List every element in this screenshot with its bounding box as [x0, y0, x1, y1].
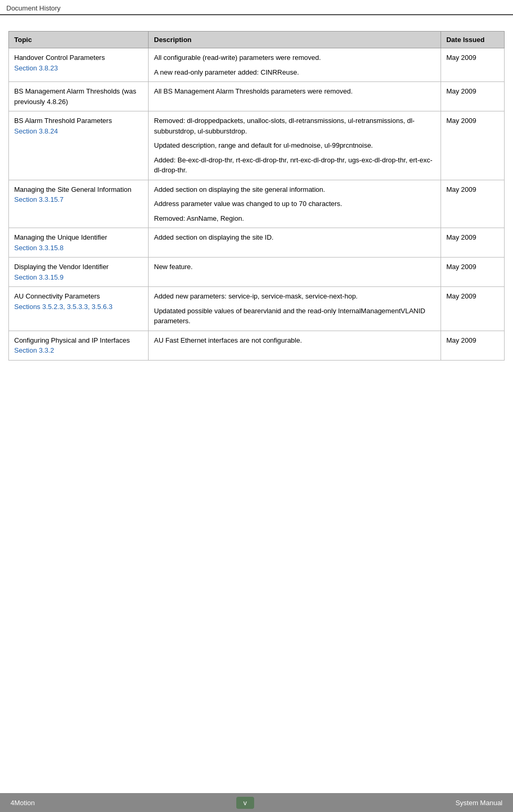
topic-link[interactable]: Section 3.3.15.7: [14, 196, 64, 203]
table-row: Displaying the Vendor IdentifierSection …: [9, 258, 505, 287]
date-cell: May 2009: [441, 258, 504, 287]
topic-cell: AU Connectivity ParametersSections 3.5.2…: [9, 287, 149, 331]
topic-link[interactable]: Section 3.8.24: [14, 127, 58, 135]
table-row: BS Management Alarm Thresholds (was prev…: [9, 82, 505, 111]
topic-text: Configuring Physical and IP Interfaces: [14, 336, 130, 344]
topic-cell: BS Alarm Threshold ParametersSection 3.8…: [9, 111, 149, 180]
description-paragraph: A new read-only parameter added: CINRReu…: [154, 67, 435, 78]
date-cell: May 2009: [441, 111, 504, 180]
topic-text: Managing the Unique Identifier: [14, 233, 107, 241]
table-row: BS Alarm Threshold ParametersSection 3.8…: [9, 111, 505, 180]
description-cell: All BS Management Alarm Thresholds param…: [149, 82, 441, 111]
date-cell: May 2009: [441, 82, 504, 111]
date-cell: May 2009: [441, 331, 504, 360]
topic-text: BS Alarm Threshold Parameters: [14, 117, 112, 125]
footer-right: System Manual: [455, 799, 502, 807]
description-paragraph: All BS Management Alarm Thresholds param…: [154, 86, 435, 97]
topic-link[interactable]: Section 3.3.15.8: [14, 244, 64, 252]
description-cell: All configurable (read-write) parameters…: [149, 48, 441, 82]
footer-left: 4Motion: [11, 799, 35, 807]
description-paragraph: Added section on displaying the site gen…: [154, 184, 435, 195]
description-paragraph: Address parameter value was changed to u…: [154, 199, 435, 209]
description-paragraph: Updatated possible values of bearervlani…: [154, 306, 435, 326]
topic-link[interactable]: Section 3.3.2: [14, 346, 54, 354]
col-date: Date Issued: [441, 32, 504, 48]
footer-center: v: [236, 797, 255, 809]
table-header-row: Topic Description Date Issued: [9, 32, 505, 48]
description-paragraph: Removed: AsnName, Region.: [154, 213, 435, 224]
table-row: Handover Control ParametersSection 3.8.2…: [9, 48, 505, 82]
description-paragraph: All configurable (read-write) parameters…: [154, 53, 435, 63]
topic-link[interactable]: Section 3.8.23: [14, 64, 58, 72]
description-cell: Added new parameters: service-ip, servic…: [149, 287, 441, 331]
topic-cell: Displaying the Vendor IdentifierSection …: [9, 258, 149, 287]
col-description: Description: [149, 32, 441, 48]
description-cell: Added section on displaying the site gen…: [149, 180, 441, 228]
description-paragraph: Added new parameters: service-ip, servic…: [154, 291, 435, 302]
topic-text: BS Management Alarm Thresholds (was prev…: [14, 87, 136, 106]
description-paragraph: AU Fast Ethernet interfaces are not conf…: [154, 335, 435, 346]
topic-cell: Managing the Site General InformationSec…: [9, 180, 149, 228]
page-footer: 4Motion v System Manual: [0, 793, 513, 812]
description-paragraph: New feature.: [154, 262, 435, 272]
date-cell: May 2009: [441, 180, 504, 228]
topic-cell: Handover Control ParametersSection 3.8.2…: [9, 48, 149, 82]
table-row: Managing the Site General InformationSec…: [9, 180, 505, 228]
description-paragraph: Added section on displaying the site ID.: [154, 232, 435, 243]
description-cell: Removed: dl-droppedpackets, unalloc-slot…: [149, 111, 441, 180]
table-row: Managing the Unique IdentifierSection 3.…: [9, 228, 505, 258]
table-row: Configuring Physical and IP InterfacesSe…: [9, 331, 505, 360]
description-paragraph: Added: Be-exc-dl-drop-thr, rt-exc-dl-dro…: [154, 155, 435, 176]
topic-link[interactable]: Section 3.3.15.9: [14, 273, 64, 281]
col-topic: Topic: [9, 32, 149, 48]
main-content: Topic Description Date Issued Handover C…: [0, 15, 513, 403]
topic-link[interactable]: Sections 3.5.2.3, 3.5.3.3, 3.5.6.3: [14, 303, 112, 311]
date-cell: May 2009: [441, 48, 504, 82]
description-paragraph: Updated description, range and default f…: [154, 140, 435, 151]
topic-text: Handover Control Parameters: [14, 54, 105, 61]
topic-text: Displaying the Vendor Identifier: [14, 263, 109, 271]
description-cell: AU Fast Ethernet interfaces are not conf…: [149, 331, 441, 360]
date-cell: May 2009: [441, 287, 504, 331]
document-title: Document History: [6, 4, 60, 12]
topic-text: AU Connectivity Parameters: [14, 292, 100, 300]
description-cell: Added section on displaying the site ID.: [149, 228, 441, 258]
topic-cell: Configuring Physical and IP InterfacesSe…: [9, 331, 149, 360]
description-paragraph: Removed: dl-droppedpackets, unalloc-slot…: [154, 116, 435, 136]
document-history-table: Topic Description Date Issued Handover C…: [8, 31, 505, 361]
description-cell: New feature.: [149, 258, 441, 287]
date-cell: May 2009: [441, 228, 504, 258]
topic-text: Managing the Site General Information: [14, 186, 131, 193]
topic-cell: BS Management Alarm Thresholds (was prev…: [9, 82, 149, 111]
table-row: AU Connectivity ParametersSections 3.5.2…: [9, 287, 505, 331]
topic-cell: Managing the Unique IdentifierSection 3.…: [9, 228, 149, 258]
document-header: Document History: [0, 0, 513, 15]
